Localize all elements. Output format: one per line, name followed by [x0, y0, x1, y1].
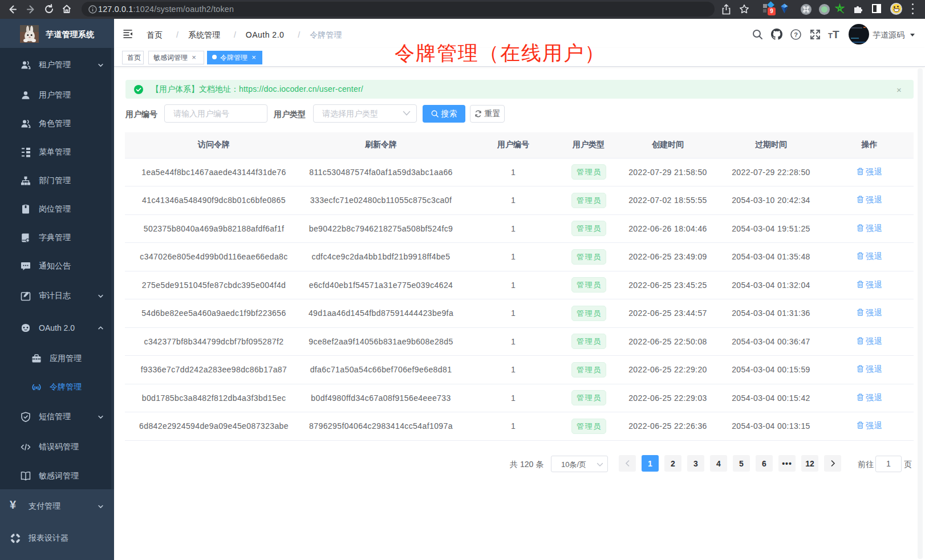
svg-text:?: ? [794, 31, 798, 38]
svg-text:(a): (a) [34, 385, 39, 390]
